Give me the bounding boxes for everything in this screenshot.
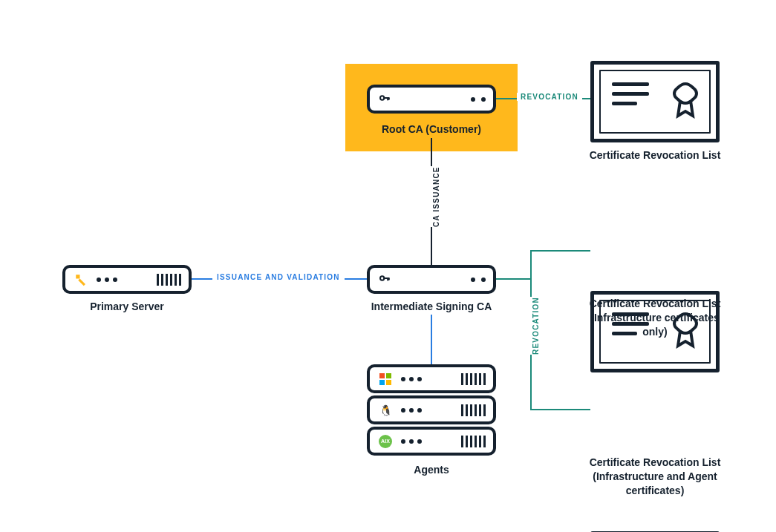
aix-icon: AIX (377, 433, 394, 450)
root-ca-label: Root CA (Customer) (345, 122, 518, 137)
primary-server-label: Primary Server (62, 300, 192, 314)
crl-bot-label: Certificate Revocation List (Infrastruct… (579, 456, 731, 498)
edge-revocation-top-label: REVOCATION (517, 93, 582, 101)
crl-top-label: Certificate Revocation List (579, 148, 731, 162)
linux-icon: 🐧 (377, 402, 394, 418)
intermediate-ca-server (367, 265, 496, 294)
puppet-icon (73, 272, 89, 288)
certificate-seal-icon (670, 81, 701, 127)
edge-issuance-validation-label: ISSUANCE AND VALIDATION (212, 273, 345, 281)
crl-top (590, 61, 720, 142)
edge-ca-issuance-label: CA ISSUANCE (428, 166, 445, 227)
edge-revocation-trunk-label: REVOCATION (527, 297, 544, 355)
windows-icon (377, 371, 394, 387)
edge-revocation-to-bot (530, 409, 590, 410)
agent-server-windows (367, 364, 496, 393)
crl-mid-label: Certificate Revocation List (Infrastruct… (579, 297, 731, 339)
svg-rect-2 (76, 275, 79, 278)
edge-revocation-h1 (496, 278, 532, 280)
primary-server (62, 265, 192, 294)
intermediate-ca-label: Intermediate Signing CA (353, 300, 509, 314)
edge-intermediate-agents (431, 315, 432, 364)
agent-server-aix: AIX (367, 427, 496, 456)
agents-label: Agents (367, 463, 496, 477)
agent-server-linux: 🐧 (367, 395, 496, 424)
key-icon (377, 271, 392, 289)
edge-revocation-to-mid (530, 250, 590, 252)
key-icon (377, 91, 392, 108)
root-ca-server (367, 85, 496, 114)
